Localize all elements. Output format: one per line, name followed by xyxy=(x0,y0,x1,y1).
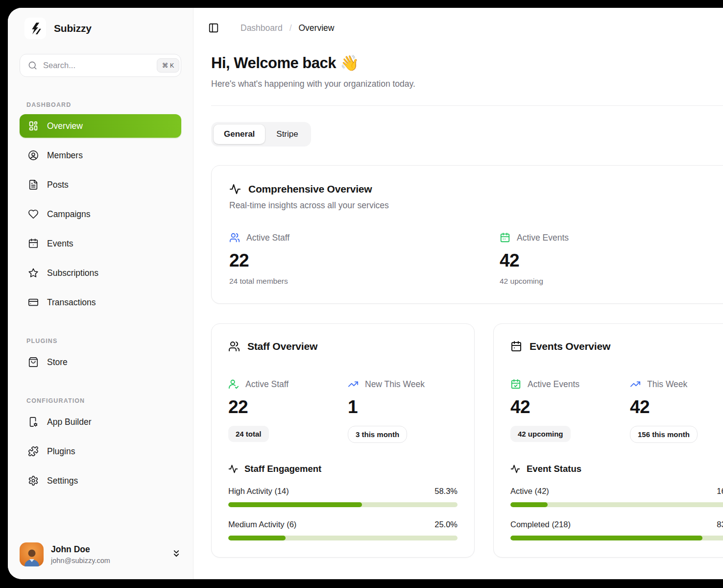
nav-section-plugins: PLUGINS xyxy=(26,338,181,344)
brand: Subizzy xyxy=(8,8,193,39)
meter-label: High Activity (14) xyxy=(228,487,289,496)
progress-fill xyxy=(510,536,702,540)
stat-value: 42 xyxy=(500,250,723,271)
sidebar: Subizzy ⌘ K DASHBOARD Overview Members P… xyxy=(8,8,193,579)
sidebar-item-label: App Builder xyxy=(47,417,91,427)
breadcrumb-dashboard[interactable]: Dashboard xyxy=(241,23,283,33)
progress-track xyxy=(228,502,458,507)
meter-label: Medium Activity (6) xyxy=(228,520,296,529)
stat-badge: 42 upcoming xyxy=(510,426,571,442)
stat-label: Active Staff xyxy=(245,379,289,390)
stat-label: Active Events xyxy=(517,233,569,243)
stat-value: 42 xyxy=(630,397,723,417)
sidebar-item-label: Subscriptions xyxy=(47,268,98,278)
sidebar-item-label: Store xyxy=(47,357,68,368)
card-title: Staff Overview xyxy=(247,341,317,352)
sidebar-item-subscriptions[interactable]: Subscriptions xyxy=(20,261,181,285)
events-overview-card: Events Overview Active Events 42 42 upco… xyxy=(493,323,723,558)
page-heading: Hi, Welcome back 👋 Here's what's happeni… xyxy=(193,33,723,89)
sidebar-item-settings[interactable]: Settings xyxy=(20,469,181,492)
sidebar-toggle-icon[interactable] xyxy=(208,23,219,33)
star-icon xyxy=(28,268,39,278)
sidebar-item-posts[interactable]: Posts xyxy=(20,173,181,196)
search-input[interactable] xyxy=(43,61,151,70)
stat-new-this-week: New This Week 1 3 this month xyxy=(348,379,458,443)
stat-value: 42 xyxy=(510,397,630,417)
progress-fill xyxy=(510,502,548,507)
calendar-check-icon xyxy=(510,379,521,390)
search-icon xyxy=(28,61,37,70)
sidebar-item-label: Events xyxy=(47,239,73,249)
meter-label: Completed (218) xyxy=(510,520,571,529)
meter-label: Active (42) xyxy=(510,487,549,496)
shopping-bag-icon xyxy=(28,357,39,368)
breadcrumb: Dashboard / Overview xyxy=(241,23,334,33)
card-title: Comprehensive Overview xyxy=(248,183,372,195)
stat-label: New This Week xyxy=(365,379,425,390)
stat-this-week: This Week 42 156 this month xyxy=(630,379,723,443)
page-subtitle: Here's what's happening with your organi… xyxy=(211,79,723,89)
stat-active-staff: Active Staff 22 24 total members xyxy=(229,232,500,286)
activity-icon xyxy=(510,464,520,474)
sidebar-item-label: Posts xyxy=(47,180,69,190)
activity-icon xyxy=(228,464,238,474)
sidebar-item-label: Transactions xyxy=(47,297,96,308)
divider xyxy=(211,105,723,106)
stat-value: 22 xyxy=(229,250,500,271)
stat-active-events: Active Events 42 42 upcoming xyxy=(500,232,723,286)
file-text-icon xyxy=(28,179,39,190)
stat-badge: 24 total xyxy=(228,426,269,442)
sidebar-item-label: Campaigns xyxy=(47,209,91,220)
breadcrumb-separator: / xyxy=(289,23,292,33)
meter-medium-activity: Medium Activity (6) 25.0% xyxy=(228,520,458,540)
tab-stripe[interactable]: Stripe xyxy=(266,124,308,144)
sidebar-item-label: Overview xyxy=(47,121,83,131)
search-shortcut: ⌘ K xyxy=(157,58,179,73)
sidebar-item-app-builder[interactable]: App Builder xyxy=(20,410,181,434)
progress-fill xyxy=(228,502,362,507)
main-content: Dashboard / Overview Hi, Welcome back 👋 … xyxy=(193,8,723,579)
app-window: Subizzy ⌘ K DASHBOARD Overview Members P… xyxy=(8,8,723,579)
meter-percent: 83.8% xyxy=(717,520,723,529)
screen: Subizzy ⌘ K DASHBOARD Overview Members P… xyxy=(0,0,723,588)
card-title: Events Overview xyxy=(530,341,610,352)
sidebar-item-label: Members xyxy=(47,150,83,161)
sidebar-item-store[interactable]: Store xyxy=(20,350,181,374)
users-icon xyxy=(228,341,240,352)
sidebar-item-events[interactable]: Events xyxy=(20,232,181,255)
meter-active-events: Active (42) 16.2% xyxy=(510,487,723,507)
sidebar-item-label: Settings xyxy=(47,476,78,486)
stat-active-events: Active Events 42 42 upcoming xyxy=(510,379,630,443)
progress-track xyxy=(510,536,723,540)
comprehensive-overview-card: Comprehensive Overview Real-time insight… xyxy=(211,165,723,304)
progress-track xyxy=(228,536,458,540)
avatar xyxy=(20,542,44,566)
chevrons-down-icon[interactable] xyxy=(171,549,181,561)
user-menu[interactable]: John Doe john@subizzy.com xyxy=(8,534,193,579)
progress-fill xyxy=(228,536,286,540)
heart-icon xyxy=(28,209,39,220)
trending-up-icon xyxy=(630,379,641,390)
search-box[interactable]: ⌘ K xyxy=(20,54,181,77)
staff-engagement: Staff Engagement High Activity (14) 58.3… xyxy=(228,464,458,540)
tab-general[interactable]: General xyxy=(214,124,265,144)
sidebar-item-campaigns[interactable]: Campaigns xyxy=(20,202,181,226)
stat-value: 22 xyxy=(228,397,348,417)
breadcrumb-overview: Overview xyxy=(299,23,335,33)
sidebar-item-transactions[interactable]: Transactions xyxy=(20,291,181,314)
sidebar-item-overview[interactable]: Overview xyxy=(20,114,181,138)
calendar-icon xyxy=(510,341,522,352)
smartphone-gear-icon xyxy=(28,416,39,427)
top-bar: Dashboard / Overview xyxy=(193,8,723,33)
credit-card-icon xyxy=(28,297,39,308)
sidebar-item-members[interactable]: Members xyxy=(20,144,181,167)
user-check-icon xyxy=(228,379,239,390)
sidebar-item-plugins[interactable]: Plugins xyxy=(20,440,181,463)
subsection-title: Staff Engagement xyxy=(244,464,321,474)
user-name: John Doe xyxy=(51,544,164,555)
subsection-title: Event Status xyxy=(527,464,581,474)
progress-track xyxy=(510,502,723,507)
trending-up-icon xyxy=(348,379,359,390)
sidebar-nav: DASHBOARD Overview Members Posts Campaig… xyxy=(8,77,193,498)
page-title: Hi, Welcome back 👋 xyxy=(211,54,723,72)
